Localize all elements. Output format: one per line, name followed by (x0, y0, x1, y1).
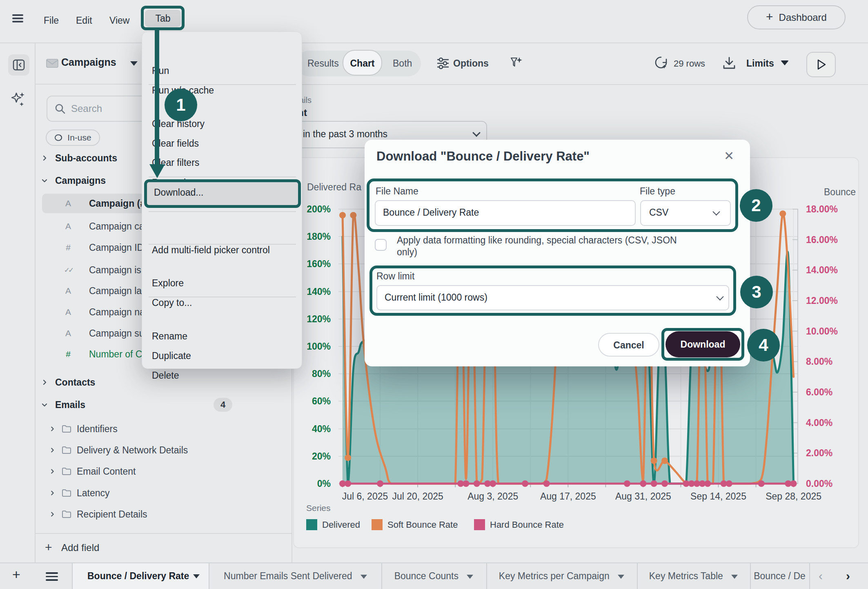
eye-icon (54, 134, 64, 141)
apply-formatting-label: Apply data formatting like rounding, spe… (397, 234, 683, 258)
bottom-tab-number-emails-sent-delivered[interactable]: Number Emails Sent Delivered (209, 563, 381, 589)
menu-item-rename[interactable]: Rename (152, 327, 293, 346)
run-query-button[interactable] (806, 52, 836, 77)
annotation-step-2: 2 (740, 189, 772, 222)
right-axis-tick: 4.00% (806, 417, 832, 428)
add-tab-button[interactable]: + (12, 567, 20, 582)
ai-sparkle-icon[interactable] (11, 91, 26, 109)
add-dashboard-button[interactable]: + Dashboard (747, 5, 846, 29)
menu-item-copy-to-[interactable]: Copy to... (152, 293, 293, 312)
menu-item-explore[interactable]: Explore (152, 274, 293, 292)
query-history-icon[interactable] (653, 56, 669, 71)
boolean-field-icon: ✓✓ (64, 266, 73, 274)
tab-list-icon[interactable] (46, 570, 58, 583)
left-axis-tick: 80% (294, 368, 331, 379)
sidebar-item-delivery-network-details[interactable]: Delivery & Network Details (36, 440, 292, 461)
chevron-down-icon (472, 129, 481, 137)
left-axis-title: Delivered Ra (307, 182, 361, 193)
annotation-box-tab (141, 6, 185, 30)
chevron-right-icon (49, 450, 56, 458)
number-field-icon: # (66, 243, 71, 252)
field-label: Campaign cat (89, 221, 147, 232)
text-field-icon: A (65, 221, 71, 231)
cancel-button[interactable]: Cancel (598, 333, 659, 357)
model-title[interactable]: Campaigns (61, 56, 116, 68)
right-axis-tick: 8.00% (806, 356, 832, 367)
menu-separator (149, 211, 296, 212)
tabs-scroll-left-icon[interactable]: ‹ (819, 569, 823, 583)
tab-both[interactable]: Both (393, 51, 412, 76)
menu-view[interactable]: View (109, 12, 129, 29)
group-label: Sub-accounts (55, 153, 117, 164)
field-label: Campaign sub (89, 328, 149, 339)
limits-caret-icon (781, 60, 789, 65)
download-icon[interactable] (722, 56, 737, 71)
plus-icon: + (45, 540, 52, 554)
search-icon (55, 103, 65, 114)
sidebar-item-email-content[interactable]: Email Content (36, 461, 292, 482)
filter-sparkle-icon[interactable] (509, 56, 524, 71)
chevron-right-icon (49, 493, 56, 501)
sidebar-item-emails[interactable]: Emails4 (36, 394, 292, 415)
collapse-sidebar-button[interactable] (8, 54, 29, 76)
left-axis-tick: 0% (294, 478, 331, 489)
x-axis-tick: Sep 14, 2025 (690, 491, 746, 502)
left-axis-tick: 40% (294, 423, 331, 434)
options-sliders-icon[interactable] (436, 56, 450, 70)
bottom-tab-active[interactable]: Bounce / Delivery Rate (72, 563, 209, 589)
field-label: Campaign is A (89, 265, 149, 276)
legend-label: Delivered (322, 520, 360, 530)
bottom-tab-bounce-counts[interactable]: Bounce Counts (381, 563, 486, 589)
hamburger-menu-icon[interactable] (12, 13, 23, 24)
menu-item-duplicate[interactable]: Duplicate (152, 346, 293, 365)
file-name-input[interactable]: Bounce / Delivery Rate (375, 200, 636, 226)
model-caret-icon[interactable] (130, 61, 138, 66)
tab-results[interactable]: Results (307, 51, 339, 76)
folder-label: Delivery & Network Details (77, 445, 188, 456)
file-type-select[interactable]: CSV (640, 200, 731, 226)
right-axis-tick: 14.00% (806, 265, 838, 276)
sidebar-item-latency[interactable]: Latency (36, 482, 292, 504)
tab-divider (809, 563, 810, 589)
row-limit-select[interactable]: Current limit (1000 rows) (376, 285, 729, 310)
menu-item-download[interactable]: Download... (154, 183, 295, 202)
right-axis-tick: 2.00% (806, 448, 832, 459)
legend-swatch (306, 519, 317, 530)
add-field-button[interactable]: + Add field (36, 535, 292, 560)
menu-item-delete[interactable]: Delete (152, 366, 293, 385)
folder-label: Identifiers (77, 424, 118, 435)
menu-item-clear-filters[interactable]: Clear filters (152, 153, 293, 172)
menu-item-add-multi-field-picker-control[interactable]: Add multi-field picker control (152, 241, 293, 259)
close-icon[interactable]: ✕ (724, 149, 734, 163)
x-axis-tick: Aug 17, 2025 (540, 491, 596, 502)
menu-file[interactable]: File (44, 12, 59, 29)
play-icon (815, 58, 827, 71)
download-modal: Download "Bounce / Delivery Rate" ✕ File… (365, 140, 750, 366)
in-use-filter-chip[interactable]: In-use (46, 129, 100, 146)
bottom-tab-bar: + Bounce / Delivery Rate Number Emails S… (0, 562, 868, 589)
emails-count-badge: 4 (214, 398, 232, 412)
sidebar-item-identifiers[interactable]: Identifiers (36, 418, 292, 440)
bottom-tab-bounce-de[interactable]: Bounce / De (750, 563, 809, 589)
bottom-tab-key-metrics-table[interactable]: Key Metrics Table (637, 563, 750, 589)
tab-chart[interactable]: Chart (343, 50, 382, 76)
options-button[interactable]: Options (453, 51, 489, 76)
menu-edit[interactable]: Edit (76, 12, 92, 29)
legend-label: Hard Bounce Rate (490, 520, 564, 530)
download-button[interactable]: Download (665, 331, 740, 357)
left-axis-tick: 20% (294, 451, 331, 462)
legend-swatch (372, 519, 383, 530)
chevron-down-icon (712, 208, 720, 215)
chevron-down-icon (41, 405, 48, 414)
chevron-right-icon (49, 471, 56, 480)
menu-item-run[interactable]: Run (152, 61, 293, 80)
menu-item-clear-fields[interactable]: Clear fields (152, 134, 293, 153)
annotation-step-4: 4 (747, 329, 780, 361)
limits-dropdown[interactable]: Limits (746, 51, 774, 76)
bottom-tab-key-metrics-per-campaign[interactable]: Key Metrics per Campaign (486, 563, 637, 589)
folder-icon (62, 514, 71, 524)
sidebar-item-recipient-details[interactable]: Recipient Details (36, 504, 292, 525)
folder-icon (62, 450, 71, 460)
apply-formatting-checkbox[interactable] (375, 239, 387, 251)
tabs-scroll-right-icon[interactable]: › (846, 569, 850, 583)
